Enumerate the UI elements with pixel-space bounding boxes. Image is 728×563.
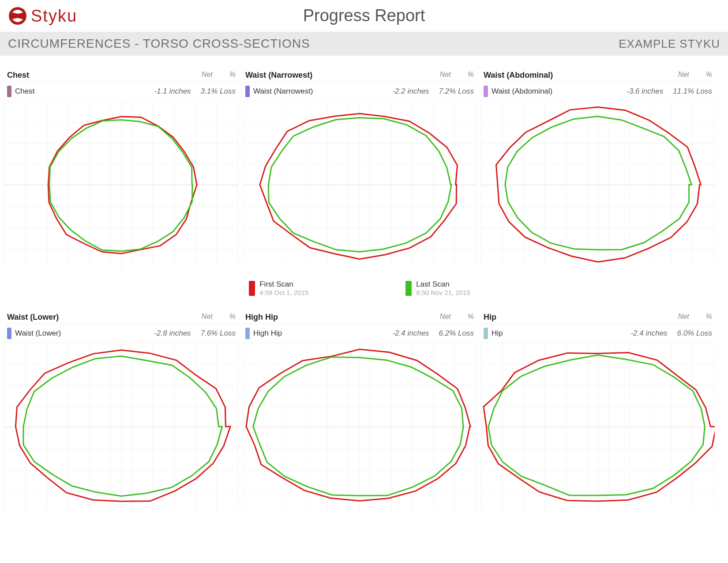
- tile-row: Waist (Lower) -2.8 inches 7.6% Loss: [4, 324, 238, 343]
- charts-grid: Chest Net % Chest -1.1 inches 3.1% Loss: [0, 56, 728, 515]
- tile-title: Waist (Abdominal): [484, 71, 553, 80]
- contour-svg: [243, 343, 477, 510]
- tile-header: Hip Net %: [481, 311, 715, 324]
- cross-section-tile: Hip Net % Hip -2.4 inches 6.0% Loss: [481, 311, 715, 510]
- tile-row: Waist (Narrowest) -2.2 inches 7.2% Loss: [243, 82, 477, 101]
- col-pct-label: %: [706, 313, 712, 322]
- cross-section-plot: [481, 101, 715, 268]
- col-net-label: Net: [440, 71, 451, 80]
- pct-value: 7.6% Loss: [201, 329, 236, 338]
- cross-section-plot: [4, 343, 238, 510]
- tile-row: Waist (Abdominal) -3.6 inches 11.1% Loss: [481, 82, 715, 101]
- cross-section-plot: [4, 101, 238, 268]
- measure-swatch: [7, 86, 11, 97]
- top-bar: Styku Progress Report: [0, 0, 728, 32]
- cross-section-plot: [481, 343, 715, 510]
- tile-header: Waist (Narrowest) Net %: [243, 69, 477, 82]
- legend-first-scan: First Scan 4:58 Oct 1, 2015: [249, 280, 308, 296]
- tile-title: High Hip: [245, 313, 278, 322]
- net-value: -3.6 inches: [627, 87, 663, 96]
- col-pct-label: %: [468, 313, 474, 322]
- section-bar: CIRCUMFERENCES - TORSO CROSS-SECTIONS EX…: [0, 32, 728, 56]
- col-pct-label: %: [229, 71, 236, 80]
- contour-last: [253, 357, 464, 495]
- measure-swatch: [484, 86, 488, 97]
- cross-section-tile: Waist (Narrowest) Net % Waist (Narrowest…: [243, 69, 477, 268]
- measure-swatch: [245, 86, 250, 97]
- legend-last-scan: Last Scan 8:50 Nov 21, 2015: [405, 280, 470, 296]
- contour-first: [484, 352, 715, 501]
- cross-section-tile: High Hip Net % High Hip -2.4 inches 6.2%…: [243, 311, 477, 510]
- contour-first: [260, 113, 458, 259]
- cross-section-tile: Waist (Abdominal) Net % Waist (Abdominal…: [481, 69, 715, 268]
- contour-svg: [243, 101, 477, 268]
- net-value: -1.1 inches: [154, 87, 191, 96]
- tile-header: High Hip Net %: [243, 311, 477, 324]
- tile-title: Waist (Lower): [7, 313, 59, 322]
- cross-section-tile: Chest Net % Chest -1.1 inches 3.1% Loss: [4, 69, 238, 268]
- contour-last: [49, 120, 192, 251]
- tile-header: Chest Net %: [4, 69, 238, 82]
- contour-first: [246, 349, 470, 501]
- pct-value: 7.2% Loss: [439, 87, 474, 96]
- pct-value: 6.2% Loss: [439, 329, 474, 338]
- contour-svg: [4, 101, 238, 268]
- tile-header: Waist (Lower) Net %: [4, 311, 238, 324]
- legend-first-title: First Scan: [259, 280, 308, 289]
- cross-section-tile: Waist (Lower) Net % Waist (Lower) -2.8 i…: [4, 311, 238, 510]
- contour-svg: [481, 343, 715, 510]
- pct-value: 6.0% Loss: [677, 329, 712, 338]
- tile-title: Waist (Narrowest): [245, 71, 312, 80]
- legend-last-sub: 8:50 Nov 21, 2015: [416, 289, 470, 296]
- contour-last: [488, 355, 705, 495]
- measure-name: Waist (Narrowest): [253, 87, 313, 96]
- section-title: CIRCUMFERENCES - TORSO CROSS-SECTIONS: [8, 37, 310, 51]
- cross-section-plot: [243, 101, 477, 268]
- measure-name: Chest: [15, 87, 34, 96]
- net-value: -2.4 inches: [630, 329, 667, 338]
- scan-legend: First Scan 4:58 Oct 1, 2015 Last Scan 8:…: [4, 277, 715, 302]
- pct-value: 11.1% Loss: [673, 87, 712, 96]
- measure-name: Waist (Abdominal): [492, 87, 552, 96]
- contour-first: [496, 107, 701, 262]
- measure-name: Waist (Lower): [15, 329, 61, 338]
- contour-svg: [481, 101, 715, 268]
- col-pct-label: %: [229, 313, 236, 322]
- contour-last: [23, 356, 222, 496]
- tile-title: Chest: [7, 71, 29, 80]
- legend-swatch-first: [249, 281, 255, 296]
- measure-swatch: [7, 328, 11, 339]
- tile-row: Hip -2.4 inches 6.0% Loss: [481, 324, 715, 343]
- tile-row: High Hip -2.4 inches 6.2% Loss: [243, 324, 477, 343]
- contour-last: [505, 117, 692, 250]
- tile-row: Chest -1.1 inches 3.1% Loss: [4, 82, 238, 101]
- col-pct-label: %: [706, 71, 712, 80]
- pct-value: 3.1% Loss: [201, 87, 236, 96]
- measure-name: High Hip: [253, 329, 282, 338]
- net-value: -2.2 inches: [392, 87, 429, 96]
- col-net-label: Net: [678, 313, 689, 322]
- col-pct-label: %: [468, 71, 474, 80]
- legend-last-title: Last Scan: [416, 280, 470, 289]
- measure-swatch: [245, 328, 250, 339]
- col-net-label: Net: [202, 71, 213, 80]
- col-net-label: Net: [440, 313, 451, 322]
- contour-first: [15, 350, 230, 501]
- net-value: -2.4 inches: [392, 329, 429, 338]
- report-title: Progress Report: [0, 6, 728, 25]
- tile-header: Waist (Abdominal) Net %: [481, 69, 715, 82]
- contour-first: [48, 117, 197, 253]
- legend-swatch-last: [405, 281, 412, 296]
- cross-section-plot: [243, 343, 477, 510]
- tile-title: Hip: [484, 313, 496, 322]
- measure-name: Hip: [492, 329, 503, 338]
- col-net-label: Net: [678, 71, 689, 80]
- legend-first-sub: 4:58 Oct 1, 2015: [259, 289, 308, 296]
- measure-swatch: [484, 328, 488, 339]
- contour-last: [268, 118, 451, 252]
- col-net-label: Net: [202, 313, 213, 322]
- client-name: EXAMPLE STYKU: [619, 37, 720, 51]
- net-value: -2.8 inches: [154, 329, 191, 338]
- contour-svg: [4, 343, 238, 510]
